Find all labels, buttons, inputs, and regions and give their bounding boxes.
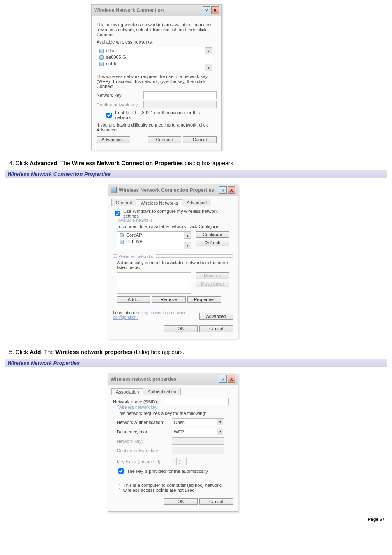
scroll-down-icon[interactable]: ▾: [205, 64, 212, 71]
tab-general[interactable]: General: [111, 199, 136, 206]
step-4: Click Advanced. The Wireless Network Con…: [16, 160, 387, 166]
learn-pre: Learn about: [113, 311, 136, 315]
confirm-key-input: [143, 101, 217, 108]
chevron-down-icon: ▾: [217, 419, 223, 425]
list-item[interactable]: ae8005-G: [97, 54, 212, 60]
close-icon[interactable]: X: [228, 186, 235, 194]
available-networks-group: Available networks: To connect to an ava…: [113, 221, 233, 255]
close-icon[interactable]: X: [228, 375, 235, 383]
ok-button[interactable]: OK: [164, 325, 198, 332]
app-icon: [111, 187, 117, 193]
titlebar: Wireless Network Connection Properties ?…: [108, 184, 238, 196]
wireless-network-properties-dialog: Wireless network properties ? X Associat…: [108, 373, 238, 512]
list-item[interactable]: net-b: [97, 60, 212, 67]
tab-wireless-networks[interactable]: Wireless Networks: [136, 199, 182, 206]
wireless-key-group: Wireless network key This network requir…: [113, 408, 233, 480]
use-windows-label: Use Windows to configure my wireless net…: [123, 209, 233, 219]
wkey-legend: Wireless network key: [117, 405, 159, 410]
wep-message: This wireless network requires the use o…: [97, 74, 216, 89]
auth-select[interactable]: Open ▾: [172, 418, 224, 426]
moveup-button: Move up: [196, 272, 229, 279]
netkey-input: [172, 437, 224, 445]
enc-select[interactable]: WEP ▾: [172, 428, 224, 435]
keyidx-label: Key index (advanced):: [117, 459, 170, 464]
dialog-title: Wireless network properties: [111, 376, 218, 382]
cancel-button[interactable]: Cancel: [199, 498, 233, 505]
ssid-input[interactable]: [164, 398, 229, 405]
network-key-label: Network key:: [97, 93, 142, 98]
auto-key-checkbox[interactable]: [118, 468, 124, 474]
intro-text: The following wireless network(s) are av…: [97, 22, 216, 37]
dialog-title: Wireless Network Connection: [94, 7, 202, 13]
preferred-legend: Preferred networks:: [117, 254, 156, 259]
help-icon[interactable]: ?: [219, 375, 227, 383]
titlebar: Wireless network properties ? X: [108, 373, 238, 385]
dialog-title: Wireless Network Connection Properties: [119, 187, 218, 193]
section-header-properties: Wireless Network Connection Properties: [5, 170, 387, 178]
confirm-key-label: Confirm network key:: [97, 102, 142, 107]
list-item[interactable]: CoreAP: [117, 232, 191, 238]
help-icon[interactable]: ?: [219, 186, 227, 194]
section-header-wprops: Wireless Network Properties: [5, 359, 387, 367]
connection-properties-dialog: Wireless Network Connection Properties ?…: [108, 184, 238, 339]
add-button[interactable]: Add...: [117, 296, 150, 303]
page-number: Page 67: [5, 517, 387, 522]
enc-label: Data encryption:: [117, 429, 170, 434]
adhoc-checkbox[interactable]: [115, 484, 120, 489]
advanced-button[interactable]: Advanced...: [97, 136, 130, 143]
wireless-connection-dialog: Wireless Network Connection ? X The foll…: [91, 4, 222, 150]
wkey-hint: This network requires a key for the foll…: [117, 411, 229, 416]
keyidx-spinner: 1 ▴▾: [172, 458, 187, 465]
use-windows-checkbox[interactable]: [115, 211, 120, 216]
ssid-label: Network name (SSID):: [113, 399, 162, 404]
auto-key-label: The key is provided for me automatically: [127, 469, 208, 474]
auth-label: Network Authentication:: [117, 420, 170, 425]
preferred-networks-group: Preferred networks: Automatically connec…: [113, 257, 233, 308]
scroll-up-icon[interactable]: ▴: [184, 232, 191, 239]
step-5: Click Add. The Wireless network properti…: [16, 349, 387, 355]
enable-8021x-checkbox[interactable]: [106, 113, 112, 118]
confirm-input: [172, 447, 224, 454]
cancel-button[interactable]: Cancel: [199, 325, 233, 332]
confirm-label: Confirm network key:: [117, 448, 170, 453]
available-legend: Available networks:: [117, 218, 155, 223]
network-key-input[interactable]: [143, 91, 217, 99]
remove-button[interactable]: Remove: [152, 296, 186, 303]
available-label: Available wireless networks:: [97, 39, 216, 44]
connect-button[interactable]: Connect: [148, 136, 181, 143]
tab-strip: Association Authentication: [111, 388, 235, 395]
titlebar: Wireless Network Connection ? X: [92, 5, 221, 16]
movedown-button: Move down: [196, 281, 229, 287]
scroll-up-icon[interactable]: ▴: [205, 47, 212, 54]
adhoc-label: This is a computer-to-computer (ad hoc) …: [123, 483, 230, 493]
properties-button[interactable]: Properties: [187, 296, 221, 303]
available-networks-list[interactable]: ulfast ae8005-G net-b ▴ ▾: [97, 47, 212, 71]
close-icon[interactable]: X: [211, 6, 219, 14]
available-hint: To connect to an available network, clic…: [117, 224, 229, 229]
preferred-hint: Automatically connect to available netwo…: [117, 260, 229, 270]
scroll-down-icon[interactable]: ▾: [184, 242, 191, 249]
tab-association[interactable]: Association: [111, 388, 143, 395]
netkey-label: Network key:: [117, 439, 170, 444]
preferred-networks-list[interactable]: [117, 272, 191, 294]
help-icon[interactable]: ?: [203, 6, 210, 14]
configure-button[interactable]: Configure: [196, 231, 229, 238]
cancel-button[interactable]: Cancel: [183, 136, 217, 143]
refresh-button[interactable]: Refresh: [196, 240, 229, 246]
tab-strip: General Wireless Networks Advanced: [111, 199, 235, 206]
list-item[interactable]: ulfast: [97, 47, 212, 54]
list-item[interactable]: CLIENB: [117, 238, 191, 245]
tab-advanced[interactable]: Advanced: [182, 199, 211, 206]
advanced-button[interactable]: Advanced: [199, 313, 233, 320]
enable-8021x-label: Enable IEEE 802.1x authentication for th…: [115, 110, 217, 120]
tab-authentication[interactable]: Authentication: [143, 388, 181, 395]
chevron-down-icon: ▾: [217, 429, 223, 435]
ok-button[interactable]: OK: [164, 498, 198, 505]
available-networks-list[interactable]: CoreAP CLIENB ▴ ▾: [117, 231, 191, 249]
difficulty-text: If you are having difficulty connecting …: [97, 122, 216, 132]
